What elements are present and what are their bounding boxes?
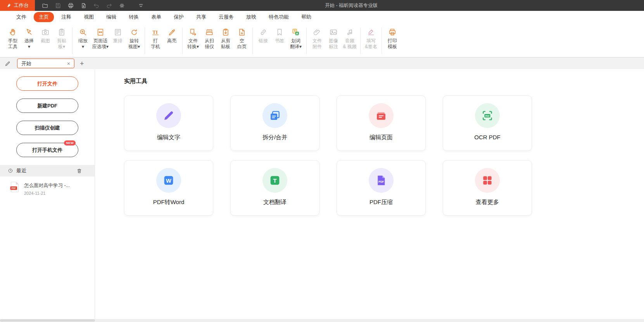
fill-sign-icon [367,27,375,37]
recent-file-item[interactable]: PDF 怎么面对高中学习 -... 2024-11-21 [0,177,95,196]
ribbon-clipboard-button: 剪贴 板▾ [55,27,69,50]
tool-card-label: 文档翻译 [263,199,287,206]
window-title: 开始 - 福昕阅读器专业版 [325,0,378,11]
print-icon[interactable] [67,2,74,9]
menu-home[interactable]: 主页 [34,12,54,22]
ribbon-blank-page-button[interactable]: 空 白页 [235,27,249,50]
quick-access-toolbar [42,2,144,9]
ribbon-typewriter-button[interactable]: TI 打 字机 [148,27,162,50]
tool-card-view-more[interactable]: 查看更多 [443,160,532,216]
ribbon-select-button[interactable]: 选择 ▾ [22,27,36,50]
horizontal-scrollbar[interactable] [0,319,644,322]
ribbon-item-label: 划词 翻译▾ [290,38,302,50]
menu-file[interactable]: 文件 [11,12,31,22]
workspace-button[interactable]: 工作台 [0,0,35,11]
tool-card-pdf-to-word[interactable]: W PDF转Word [124,160,213,216]
new-pdf-button[interactable]: 新建PDF [16,99,78,113]
tab-start[interactable]: 开始 × [17,59,74,68]
ribbon-item-label: 选择 ▾ [24,38,34,50]
print-template-icon [388,27,397,37]
svg-text:PDF: PDF [11,187,16,189]
tool-card-split-merge[interactable]: 拆分/合并 [230,95,319,151]
blank-page-icon [238,27,246,37]
close-tab-icon[interactable]: × [67,61,70,66]
menu-comment[interactable]: 注释 [56,12,76,22]
open-mobile-file-button[interactable]: 打开手机文件 NEW [16,143,78,157]
menu-view[interactable]: 视图 [79,12,99,22]
tool-card-doc-translate[interactable]: T 文档翻译 [230,160,319,216]
ribbon-file-convert-button[interactable]: 文件 转换▾ [186,27,200,50]
menu-edit[interactable]: 编辑 [101,12,121,22]
export-icon[interactable] [80,2,87,9]
workspace-label: 工作台 [14,2,29,9]
ribbon-from-scanner-button[interactable]: 从扫 描仪 [202,27,216,50]
ribbon-divider [252,28,253,54]
translate-icon [292,27,300,37]
tool-card-edit-text[interactable]: 编辑文字 [124,95,213,151]
rotate-view-icon [130,27,138,37]
menu-protect[interactable]: 保护 [169,12,189,22]
touch-gear-icon[interactable] [119,2,125,9]
ribbon-hand-tool-button[interactable]: 手型 工具 [6,27,20,50]
new-badge: NEW [64,140,76,145]
edit-pages-icon [375,109,387,122]
doc-translate-icon: T [269,174,281,187]
new-tab-button[interactable]: + [80,60,84,67]
ribbon-print-template-button[interactable]: 打印 模板 [385,27,399,50]
menu-features[interactable]: 特色功能 [264,12,294,22]
new-pdf-label: 新建PDF [37,102,57,109]
menu-form[interactable]: 表单 [146,12,166,22]
main-content: 实用工具 编辑文字 拆分/合并 编辑页面 PDF OCR PDF W PDF转W… [95,69,644,322]
tool-card-pdf-compress[interactable]: PDF PDF压缩 [337,160,426,216]
tool-card-ocr-pdf[interactable]: PDF OCR PDF [443,95,532,151]
ribbon-translate-button[interactable]: 划词 翻译▾ [289,27,303,50]
ribbon-highlight-button[interactable]: 高亮 [165,27,179,44]
title-bar: 工作台 开始 - 福昕阅读器专业版 [0,0,644,11]
ribbon-rotate-view-button[interactable]: 旋转 视图▾ [127,27,141,50]
ribbon-zoom-button[interactable]: 缩放 ▾ [76,27,90,50]
ribbon-fill-sign-button: 填写 &签名 [364,27,378,50]
open-file-button[interactable]: 打开文件 [16,76,78,91]
ribbon-item-label: 重排 [113,38,123,44]
ribbon-item-label: 页面适 应选项▾ [92,38,109,50]
redo-icon [106,2,112,9]
open-folder-icon[interactable] [42,2,48,9]
ribbon-item-label: 高亮 [167,38,176,44]
scrollbar-thumb[interactable] [0,319,95,322]
svg-text:PDF: PDF [485,115,490,117]
ribbon-item-label: 填写 &签名 [365,38,377,50]
tool-card-label: 拆分/合并 [262,134,287,141]
save-icon [55,2,61,9]
tab-label: 开始 [21,60,67,67]
tool-card-label: PDF转Word [153,199,185,206]
pen-icon[interactable] [5,61,11,67]
split-merge-icon [269,109,281,122]
menu-convert[interactable]: 转换 [124,12,144,22]
tool-card-edit-pages[interactable]: 编辑页面 [337,95,426,151]
ribbon-item-label: 打 字机 [151,38,160,50]
clipboard-import-icon [221,27,230,37]
ribbon-item-label: 剪贴 板▾ [57,38,66,50]
sidebar: 打开文件 新建PDF 扫描仪创建 打开手机文件 NEW 最近 PDF 怎么面对高… [0,69,95,322]
menu-help[interactable]: 帮助 [296,12,316,22]
ribbon-toolbar: 手型 工具 选择 ▾ 截图 剪贴 板▾ 缩放 ▾ 页面适 应选项▾ 重排 [0,23,644,57]
trash-icon[interactable] [76,168,82,174]
ribbon-item-label: 文件 附件 [313,38,322,50]
recent-file-date: 2024-11-21 [24,191,70,196]
scanner-icon [205,27,214,37]
ribbon-item-label: 书签 [275,38,284,44]
ribbon-from-clipboard-button[interactable]: 从剪 贴板 [219,27,233,50]
menu-cloud[interactable]: 云服务 [214,12,239,22]
menu-share[interactable]: 共享 [191,12,211,22]
menu-slideshow[interactable]: 放映 [241,12,261,22]
highlighter-icon [167,27,176,37]
typewriter-icon: TI [151,27,160,37]
tool-card-label: PDF压缩 [369,199,393,206]
ribbon-item-label: 文件 转换▾ [187,38,199,50]
svg-text:T: T [273,177,277,184]
ribbon-page-fit-button[interactable]: 页面适 应选项▾ [92,27,109,50]
customize-toolbar-icon[interactable] [138,2,144,9]
scanner-create-button[interactable]: 扫描仪创建 [16,121,78,135]
ribbon-divider [360,28,361,54]
bookmark-icon [275,27,284,37]
